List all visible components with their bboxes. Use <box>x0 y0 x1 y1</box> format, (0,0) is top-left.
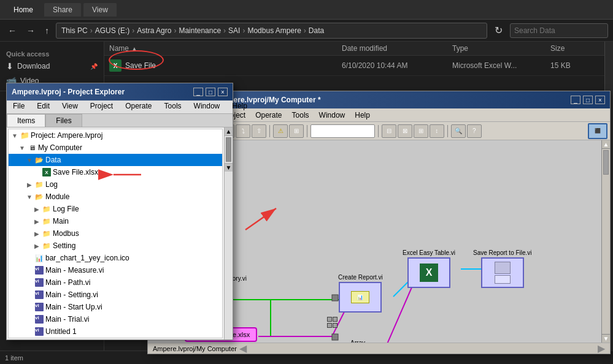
create-report-inner: 📊 <box>351 291 369 303</box>
pe-maximize-btn[interactable]: □ <box>206 88 215 96</box>
lv-scrollbar-v[interactable]: ▲ ▼ <box>601 140 610 343</box>
tree-log[interactable]: ▶ 📁 Log <box>9 178 222 191</box>
tree-main-startup[interactable]: vi Main - Start Up.vi <box>9 301 222 313</box>
pe-menu-tools[interactable]: Tools <box>158 100 188 113</box>
tab-view[interactable]: View <box>83 3 117 17</box>
scroll-down[interactable]: ▼ <box>602 334 610 343</box>
lv-close-btn[interactable]: × <box>595 96 605 104</box>
lv-maximize-btn[interactable]: □ <box>583 96 593 104</box>
pe-tree-area: ▼ 📁 Project: Ampere.lvproj ▼ 🖥 My Comput… <box>7 127 233 339</box>
bc-thispc[interactable]: This PC <box>61 26 88 35</box>
vi-icon-startup: vi <box>35 303 44 311</box>
pe-tab-items[interactable]: Items <box>7 114 45 127</box>
tb-align[interactable]: ⊟ <box>382 124 396 138</box>
pe-scroll-up[interactable]: ▲ <box>225 127 233 136</box>
tree-barchart[interactable]: 📊 bar_chart_1_yey_icon.ico <box>9 252 222 264</box>
file-type: Microsoft Excel W... <box>452 61 550 70</box>
forward-button[interactable]: → <box>23 25 38 37</box>
pe-menu-help[interactable]: Help <box>226 100 253 113</box>
tb-reorder[interactable]: ↕ <box>430 124 444 138</box>
lv-status-arrow[interactable]: ◀ <box>239 343 247 354</box>
tree-savefile[interactable]: X Save File.xlsx <box>9 166 222 178</box>
tab-share[interactable]: Share <box>44 3 81 17</box>
node-create-report[interactable]: Create Report.vi 📊 <box>338 274 383 313</box>
pe-close-btn[interactable]: × <box>218 88 228 96</box>
tree-main-trial[interactable]: vi Main - Trial.vi <box>9 313 222 325</box>
tb-resize[interactable]: ⊞ <box>414 124 428 138</box>
file-row[interactable]: Save File 6/10/2020 10:44 AM Microsoft E… <box>104 56 604 76</box>
excel-small-icon: X <box>42 168 51 176</box>
search-input[interactable] <box>510 23 608 38</box>
pe-tab-files[interactable]: Files <box>45 114 82 127</box>
refresh-button[interactable]: ↻ <box>491 23 506 37</box>
node-array[interactable]: Array ab→ <box>338 339 377 343</box>
expand-untitled <box>26 328 33 335</box>
pe-scroll-down[interactable]: ▼ <box>225 163 233 172</box>
tb-step-over[interactable]: ⤵ <box>236 124 250 138</box>
tab-home[interactable]: Home <box>5 3 42 17</box>
pe-menu-operate[interactable]: Operate <box>119 100 158 113</box>
bc-modbus[interactable]: Modbus Ampere <box>247 26 301 35</box>
font-selector[interactable]: 15pt Dialog Font ▾ <box>310 124 375 138</box>
tb-sep4 <box>378 125 379 137</box>
node-excel-table[interactable]: Excel Easy Table.vi X <box>403 249 455 288</box>
bc-astraagroo[interactable]: Astra Agro <box>137 26 171 35</box>
back-button[interactable]: ← <box>5 25 20 37</box>
tree-modbus[interactable]: ▶ 📁 Modbus <box>9 227 222 240</box>
tree-data[interactable]: ▼ 📂 Data <box>9 154 222 166</box>
pe-menu-edit[interactable]: Edit <box>31 100 56 113</box>
tb-distribute[interactable]: ⊠ <box>398 124 412 138</box>
pe-menu-window[interactable]: Window <box>188 100 226 113</box>
tb-clean[interactable]: ⊞ <box>289 124 304 138</box>
bc-sai[interactable]: SAI <box>228 26 240 35</box>
scroll-thumb[interactable] <box>603 150 609 175</box>
tb-warn[interactable]: ⚠ <box>273 124 288 138</box>
tree-mycomputer[interactable]: ▼ 🖥 My Computer <box>9 142 222 154</box>
tree-module[interactable]: ▼ 📂 Module <box>9 191 222 203</box>
tb-step-out[interactable]: ⇧ <box>252 124 266 138</box>
column-headers: Name ▲ Date modified Type Size <box>104 42 604 56</box>
main-trial-label: Main - Trial.vi <box>45 315 89 324</box>
breadcrumb[interactable]: This PC › AGUS (E:) › Astra Agro › Maint… <box>56 23 487 39</box>
pe-menu-file[interactable]: File <box>7 100 31 113</box>
tb-sep3 <box>307 125 307 137</box>
pe-minimize-btn[interactable]: _ <box>193 88 203 96</box>
tree-untitled[interactable]: vi Untitled 1 <box>9 325 222 338</box>
tree-logfile[interactable]: ▶ 📁 Log File <box>9 203 222 215</box>
pe-scroll-thumb[interactable] <box>226 137 231 162</box>
lv-menu-operate[interactable]: Operate <box>250 110 287 121</box>
lv-menu-help[interactable]: Help <box>350 110 375 121</box>
lv-minimize-btn[interactable]: _ <box>571 96 580 104</box>
pe-scrollbar[interactable]: ▲ ▼ <box>224 127 233 339</box>
quick-access-label: Quick access <box>0 47 104 59</box>
expand-main-measure <box>26 267 33 274</box>
bc-data[interactable]: Data <box>309 26 324 35</box>
col-name[interactable]: Name ▲ <box>109 44 342 53</box>
tb-search[interactable]: 🔍 <box>451 124 466 138</box>
bc-agus[interactable]: AGUS (E:) <box>95 26 130 35</box>
col-date[interactable]: Date modified <box>342 44 452 53</box>
col-type[interactable]: Type <box>452 44 550 53</box>
tree-main-measure[interactable]: vi Main - Measure.vi <box>9 264 222 276</box>
lv-menu-tools[interactable]: Tools <box>287 110 314 121</box>
tree-main-setting[interactable]: vi Main - Setting.vi <box>9 289 222 301</box>
lv-menu-window[interactable]: Window <box>314 110 350 121</box>
bc-maintenance[interactable]: Maintenance <box>179 26 221 35</box>
lv-status-right[interactable]: ▶ <box>598 343 605 354</box>
tree-project[interactable]: ▼ 📁 Project: Ampere.lvproj <box>9 129 222 142</box>
tb-help[interactable]: ? <box>467 124 482 138</box>
tree-setting[interactable]: ▶ 📁 Setting <box>9 240 222 252</box>
scroll-up[interactable]: ▲ <box>602 140 610 149</box>
pe-menu-view[interactable]: View <box>56 100 84 113</box>
pe-title: Ampere.lvproj - Project Explorer <box>12 88 188 96</box>
sidebar-download[interactable]: ⬇ Download 📌 <box>0 59 104 74</box>
pe-menu-project[interactable]: Project <box>84 100 119 113</box>
up-button[interactable]: ↑ <box>42 25 52 37</box>
tb-context[interactable]: ⬛ <box>588 123 607 139</box>
expand-log: ▶ <box>26 181 33 188</box>
tree-main[interactable]: ▶ 📁 Main <box>9 215 222 227</box>
tree-dependencies[interactable]: ▶ 📁 Dependencies <box>9 338 222 338</box>
node-save-report[interactable]: Save Report to File.vi <box>473 249 532 288</box>
tree-main-path[interactable]: vi Main - Path.vi <box>9 276 222 289</box>
col-size[interactable]: Size <box>550 44 600 53</box>
